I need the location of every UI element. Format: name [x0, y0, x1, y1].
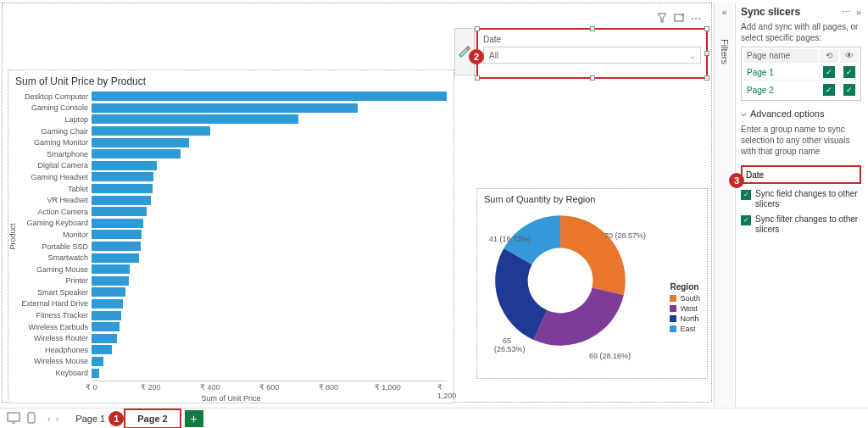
- sync-field-changes-checkbox[interactable]: ✓ Sync field changes to other slicers: [741, 189, 861, 209]
- sync-icon: ⟲: [826, 51, 832, 60]
- legend-item[interactable]: North: [670, 314, 700, 323]
- checkbox-checked-icon: ✓: [741, 190, 751, 200]
- annotation-marker-2: 2: [469, 49, 484, 64]
- sync-hint-text: Add and sync with all pages, or select s…: [741, 21, 861, 43]
- bar-segment[interactable]: [92, 126, 210, 136]
- report-canvas: Sum of Unit Price by Product Product Des…: [2, 3, 712, 403]
- bar-category-label: Gaming Mouse: [14, 265, 88, 274]
- bar-category-label: Keyboard: [14, 369, 88, 377]
- bar-segment[interactable]: [92, 172, 153, 181]
- filter-icon[interactable]: [657, 13, 667, 25]
- donut-chart-visual[interactable]: Sum of Quantity by Region 70 (28.57%) 69…: [476, 188, 708, 379]
- desktop-view-icon[interactable]: [7, 412, 20, 425]
- checkbox-checked-icon: ✓: [741, 215, 751, 225]
- page-name-cell[interactable]: Page 1: [743, 64, 818, 81]
- focus-mode-icon[interactable]: [674, 13, 684, 25]
- more-options-icon[interactable]: ⋯: [691, 13, 701, 25]
- bar-segment[interactable]: [92, 138, 189, 147]
- visible-icon: 👁: [845, 51, 854, 60]
- bar-segment[interactable]: [92, 114, 298, 124]
- legend-item[interactable]: West: [670, 304, 700, 313]
- resize-handle[interactable]: [590, 26, 595, 31]
- bar-chart-xlabel: Sum of Unit Price: [8, 394, 453, 403]
- bar-segment[interactable]: [92, 287, 125, 297]
- page-name-cell[interactable]: Page 2: [743, 82, 818, 98]
- bar-category-label: Wireless Router: [14, 334, 88, 342]
- visible-checkbox[interactable]: ✓: [843, 66, 855, 78]
- visible-checkbox[interactable]: ✓: [843, 84, 855, 96]
- expand-filters-icon[interactable]: «: [715, 3, 734, 17]
- bar-segment[interactable]: [92, 92, 447, 101]
- collapse-pane-icon[interactable]: »: [856, 7, 861, 18]
- mobile-view-icon[interactable]: [27, 412, 36, 425]
- donut-label-west: 69 (28.16%): [589, 352, 631, 360]
- annotation-marker-1: 1: [108, 411, 124, 426]
- filters-pane-collapsed[interactable]: « Filters: [714, 3, 734, 407]
- next-page-icon[interactable]: ›: [56, 414, 59, 424]
- bar-segment[interactable]: [92, 345, 112, 354]
- bar-chart-title: Sum of Unit Price by Product: [8, 70, 453, 89]
- bar-segment[interactable]: [92, 299, 123, 308]
- sync-pane-title: Sync slicers: [741, 6, 800, 18]
- bar-segment[interactable]: [92, 196, 151, 205]
- bar-category-label: Fitness Tracker: [14, 311, 88, 320]
- col-page-name: Page name: [743, 49, 818, 63]
- resize-handle[interactable]: [475, 75, 480, 81]
- legend-header: Region: [670, 282, 700, 292]
- legend-swatch: [670, 305, 676, 312]
- bar-category-label: Tablet: [14, 185, 88, 193]
- sync-checkbox[interactable]: ✓: [823, 84, 835, 96]
- bar-segment[interactable]: [92, 242, 141, 251]
- filters-label: Filters: [720, 39, 730, 64]
- bar-category-label: Portable SSD: [14, 242, 88, 251]
- donut-slice[interactable]: [495, 248, 547, 340]
- bar-segment[interactable]: [92, 219, 143, 228]
- bar-segment[interactable]: [92, 369, 99, 378]
- legend-item[interactable]: South: [670, 294, 700, 303]
- resize-handle[interactable]: [704, 51, 709, 56]
- group-name-input[interactable]: [741, 165, 861, 184]
- bar-category-label: Gaming Chair: [14, 127, 88, 136]
- resize-handle[interactable]: [475, 26, 480, 31]
- donut-slice[interactable]: [560, 215, 626, 295]
- tab-page-2[interactable]: Page 2: [124, 409, 181, 429]
- legend-item[interactable]: East: [670, 325, 700, 333]
- more-options-icon[interactable]: ⋯: [842, 7, 851, 18]
- date-slicer-visual[interactable]: ⋯ Date All ⌵: [476, 28, 708, 79]
- bar-segment[interactable]: [92, 207, 147, 216]
- add-page-button[interactable]: +: [185, 410, 203, 427]
- donut-legend: Region SouthWestNorthEast: [670, 282, 700, 335]
- bar-segment[interactable]: [92, 161, 157, 170]
- bar-segment[interactable]: [92, 230, 142, 239]
- bar-segment[interactable]: [92, 149, 181, 158]
- sync-filter-changes-checkbox[interactable]: ✓ Sync filter changes to other slicers: [741, 214, 861, 235]
- advanced-options-toggle[interactable]: ⌵ Advanced options: [741, 108, 861, 119]
- bar-segment[interactable]: [92, 184, 153, 193]
- donut-label-south: 70 (28.57%): [604, 231, 646, 240]
- bar-segment[interactable]: [92, 322, 120, 331]
- bar-chart-visual[interactable]: Sum of Unit Price by Product Product Des…: [8, 69, 454, 403]
- bar-segment[interactable]: [92, 276, 129, 286]
- bar-category-label: Smart Speaker: [14, 288, 88, 297]
- sync-page-row: Page 1✓✓: [743, 64, 859, 81]
- bar-segment[interactable]: [92, 311, 121, 320]
- chevron-down-icon: ⌵: [741, 108, 747, 119]
- sync-page-row: Page 2✓✓: [743, 82, 859, 98]
- bar-category-label: Laptop: [14, 115, 88, 124]
- xaxis-tick: ₹ 1,000: [375, 383, 401, 392]
- resize-handle[interactable]: [590, 75, 595, 81]
- resize-handle[interactable]: [704, 75, 709, 81]
- bar-segment[interactable]: [92, 334, 117, 343]
- bar-segment[interactable]: [92, 253, 139, 263]
- resize-handle[interactable]: [704, 26, 709, 31]
- prev-page-icon[interactable]: ‹: [47, 414, 51, 424]
- sync-checkbox[interactable]: ✓: [823, 66, 835, 78]
- xaxis-tick: ₹ 400: [200, 383, 220, 392]
- bar-category-label: Wireless Earbuds: [14, 323, 88, 331]
- bar-category-label: Headphones: [14, 346, 88, 354]
- bar-segment[interactable]: [92, 264, 130, 274]
- bar-segment[interactable]: [92, 103, 358, 113]
- slicer-dropdown[interactable]: All ⌵: [483, 47, 701, 64]
- donut-slice[interactable]: [533, 288, 623, 346]
- bar-segment[interactable]: [92, 357, 103, 366]
